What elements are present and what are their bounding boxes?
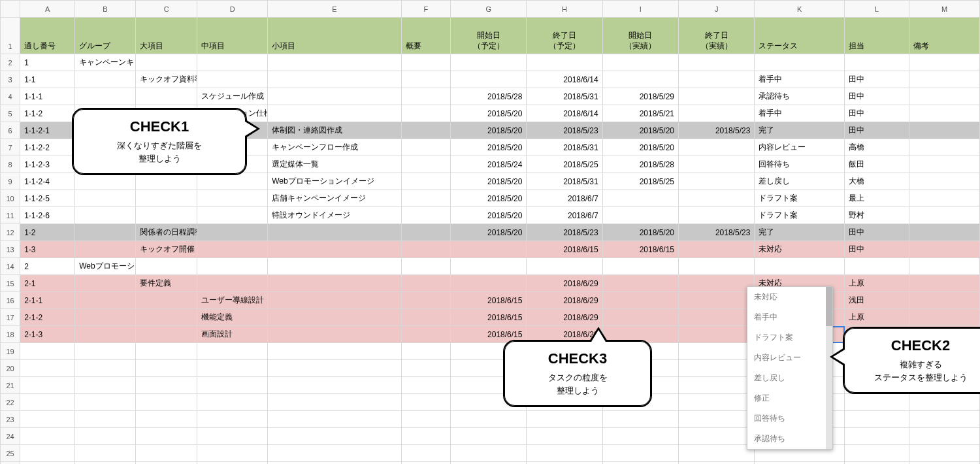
cell-D[interactable]: [197, 377, 268, 394]
cell-G[interactable]: [451, 275, 527, 292]
cell-E[interactable]: [268, 258, 402, 275]
cell-L[interactable]: 田中: [845, 224, 909, 241]
header-cell-G[interactable]: 開始日（予定）: [451, 18, 527, 54]
cell-J[interactable]: [679, 241, 755, 258]
header-cell-H[interactable]: 終了日（予定）: [527, 18, 602, 54]
grid[interactable]: A B C D E F G H I J K L M 1通し番号グループ大項目中項…: [0, 0, 980, 464]
cell-L[interactable]: [845, 428, 909, 445]
cell-M[interactable]: [909, 54, 980, 71]
cell-E[interactable]: [268, 428, 402, 445]
cell-F[interactable]: [401, 122, 450, 139]
cell-H[interactable]: 2018/5/31: [527, 88, 602, 105]
cell-C[interactable]: [135, 377, 197, 394]
cell-M[interactable]: [909, 139, 980, 156]
cell-D[interactable]: [197, 428, 268, 445]
cell-K[interactable]: 完了: [755, 224, 845, 241]
cell-K[interactable]: [755, 54, 845, 71]
cell-F[interactable]: [401, 190, 450, 207]
cell-E[interactable]: 特設オウンドイメージ: [268, 207, 402, 224]
cell-G[interactable]: 2018/5/20: [451, 224, 527, 241]
cell-J[interactable]: [679, 360, 755, 377]
cell-E[interactable]: [268, 445, 402, 462]
cell-E[interactable]: 選定媒体一覧: [268, 156, 402, 173]
cell-E[interactable]: [268, 105, 402, 122]
row-number[interactable]: 23: [1, 411, 20, 428]
row-number[interactable]: 4: [1, 88, 20, 105]
cell-J[interactable]: [679, 156, 755, 173]
cell-F[interactable]: [401, 258, 450, 275]
cell-J[interactable]: [679, 394, 755, 411]
cell-K[interactable]: [755, 258, 845, 275]
cell-E[interactable]: [268, 224, 402, 241]
cell-F[interactable]: [401, 88, 450, 105]
cell-L[interactable]: 野村: [845, 207, 909, 224]
row-number[interactable]: 15: [1, 275, 20, 292]
cell-A[interactable]: 1-1-2-1: [20, 122, 75, 139]
cell-D[interactable]: [197, 360, 268, 377]
cell-A[interactable]: [20, 411, 75, 428]
cell-A[interactable]: 1-3: [20, 241, 75, 258]
cell-I[interactable]: [602, 309, 678, 326]
cell-K[interactable]: 着手中: [755, 105, 845, 122]
cell-I[interactable]: [602, 428, 678, 445]
cell-L[interactable]: 田中: [845, 105, 909, 122]
col-J[interactable]: J: [679, 1, 755, 18]
col-E[interactable]: E: [268, 1, 402, 18]
cell-J[interactable]: [679, 292, 755, 309]
cell-M[interactable]: [909, 88, 980, 105]
header-cell-M[interactable]: 備考: [909, 18, 980, 54]
cell-M[interactable]: [909, 394, 980, 411]
cell-B[interactable]: [75, 224, 136, 241]
col-H[interactable]: H: [527, 1, 602, 18]
col-D[interactable]: D: [197, 1, 268, 18]
cell-A[interactable]: [20, 445, 75, 462]
cell-B[interactable]: [75, 360, 136, 377]
cell-J[interactable]: [679, 411, 755, 428]
cell-I[interactable]: 2018/5/20: [602, 139, 678, 156]
cell-I[interactable]: [602, 190, 678, 207]
cell-B[interactable]: Webプロモーション: [75, 258, 136, 275]
cell-B[interactable]: [75, 445, 136, 462]
cell-H[interactable]: 2018/6/14: [527, 105, 602, 122]
cell-C[interactable]: キックオフ開催: [135, 241, 197, 258]
cell-D[interactable]: [197, 343, 268, 360]
cell-K[interactable]: ドラフト案: [755, 207, 845, 224]
row-number[interactable]: 18: [1, 326, 20, 343]
cell-H[interactable]: 2018/5/25: [527, 156, 602, 173]
cell-F[interactable]: [401, 275, 450, 292]
row-number[interactable]: 7: [1, 139, 20, 156]
row-number[interactable]: 19: [1, 343, 20, 360]
cell-B[interactable]: [75, 88, 136, 105]
cell-B[interactable]: [75, 71, 136, 88]
dropdown-option[interactable]: 着手中: [747, 307, 832, 327]
cell-D[interactable]: [197, 258, 268, 275]
cell-G[interactable]: [451, 71, 527, 88]
cell-B[interactable]: [75, 241, 136, 258]
cell-M[interactable]: [909, 224, 980, 241]
cell-B[interactable]: [75, 275, 136, 292]
cell-M[interactable]: [909, 411, 980, 428]
cell-D[interactable]: [197, 71, 268, 88]
header-cell-D[interactable]: 中項目: [197, 18, 268, 54]
row-number[interactable]: 1: [1, 18, 20, 54]
cell-A[interactable]: 1-1-1: [20, 88, 75, 105]
cell-F[interactable]: [401, 207, 450, 224]
cell-I[interactable]: 2018/5/20: [602, 224, 678, 241]
cell-D[interactable]: [197, 54, 268, 71]
cell-D[interactable]: [197, 275, 268, 292]
cell-B[interactable]: [75, 207, 136, 224]
cell-G[interactable]: 2018/5/20: [451, 139, 527, 156]
cell-L[interactable]: [845, 258, 909, 275]
cell-E[interactable]: 体制図・連絡図作成: [268, 122, 402, 139]
cell-D[interactable]: 機能定義: [197, 309, 268, 326]
cell-C[interactable]: [135, 54, 197, 71]
row-number[interactable]: 8: [1, 156, 20, 173]
cell-E[interactable]: キャンペーンフロー作成: [268, 139, 402, 156]
cell-F[interactable]: [401, 241, 450, 258]
cell-F[interactable]: [401, 360, 450, 377]
cell-J[interactable]: 2018/5/23: [679, 122, 755, 139]
cell-B[interactable]: [75, 394, 136, 411]
cell-I[interactable]: 2018/5/28: [602, 156, 678, 173]
cell-M[interactable]: [909, 309, 980, 326]
row-number[interactable]: 22: [1, 394, 20, 411]
